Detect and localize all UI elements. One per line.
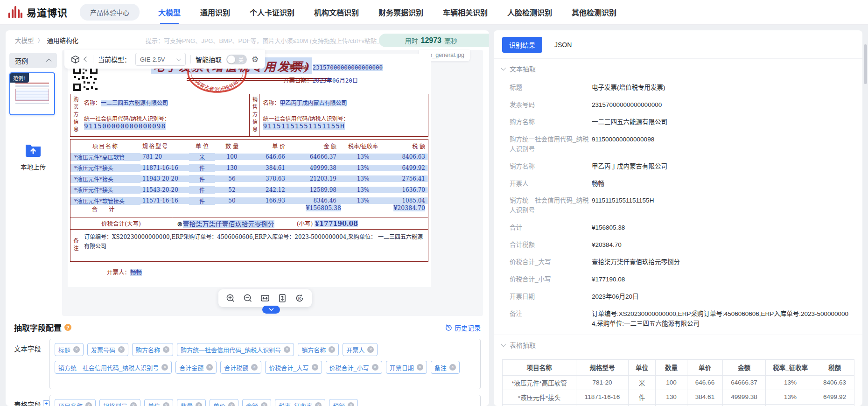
local-upload-button[interactable]: 本地上传	[9, 142, 57, 171]
rotate-90-icon[interactable]: 90	[295, 294, 304, 303]
nav-item-1[interactable]: 通用识别	[200, 0, 230, 24]
chip-remove-icon[interactable]: ×	[315, 402, 322, 406]
result-table-row: *液压元件*接头11943-20-20件56378.6321203.1913%2…	[503, 404, 854, 406]
package-icon[interactable]	[71, 55, 80, 64]
result-table-cell: 2756.41	[815, 404, 854, 406]
model-select[interactable]: GIE-2.5V	[135, 53, 186, 66]
chip-remove-icon[interactable]: ×	[348, 402, 354, 406]
results-panel: 识别结果 JSON 文本抽取 标题电子发票(增值税专用发票)发票号码231570…	[494, 30, 862, 406]
field-chip[interactable]: 规格型号×	[99, 399, 140, 406]
zoom-out-icon[interactable]	[243, 294, 252, 303]
chip-remove-icon[interactable]: ×	[228, 402, 235, 406]
fit-width-icon[interactable]	[260, 294, 270, 303]
field-chip[interactable]: 价税合计_小写×	[326, 361, 382, 374]
chip-remove-icon[interactable]: ×	[417, 364, 423, 371]
time-value: 12973	[421, 36, 442, 45]
field-chip[interactable]: 销方名称×	[298, 343, 339, 356]
chip-remove-icon[interactable]: ×	[329, 346, 335, 353]
chip-remove-icon[interactable]: ×	[130, 402, 137, 406]
chip-remove-icon[interactable]: ×	[372, 364, 378, 371]
field-chip[interactable]: 标题×	[55, 343, 84, 356]
kv-value: 2023年06月20日	[590, 292, 853, 302]
field-chip[interactable]: 数量×	[177, 399, 206, 406]
field-chip[interactable]: 项目名称×	[55, 399, 96, 406]
example-thumbnail-1[interactable]: 范例1	[9, 72, 55, 115]
chip-remove-icon[interactable]: ×	[284, 346, 290, 353]
field-chip[interactable]: 开票日期×	[386, 361, 427, 374]
field-chip[interactable]: 备注×	[431, 361, 460, 374]
field-chip[interactable]: 税额×	[329, 399, 358, 406]
chip-remove-icon[interactable]: ×	[85, 402, 92, 406]
field-chip[interactable]: 价税合计_大写×	[265, 361, 322, 374]
chip-remove-icon[interactable]: ×	[163, 346, 169, 353]
invoice-item-cell: 2756.41	[402, 175, 425, 182]
nav-item-6[interactable]: 人脸检测识别	[507, 0, 552, 24]
chip-remove-icon[interactable]: ×	[163, 402, 169, 406]
field-chip[interactable]: 金额×	[242, 399, 271, 406]
tab-recognition-result[interactable]: 识别结果	[502, 37, 542, 53]
invoice-item-cell: 52	[228, 187, 235, 193]
nav-item-3[interactable]: 机构文档识别	[314, 0, 359, 24]
invoice-col-header: 数 量	[215, 142, 249, 150]
fit-height-icon[interactable]	[278, 294, 287, 303]
field-chip[interactable]: 合计税额×	[220, 361, 261, 374]
chip-remove-icon[interactable]: ×	[196, 402, 202, 406]
nav-item-0[interactable]: 大模型	[158, 0, 181, 24]
kv-row: 价税合计_大写壹拾柒万柒仟壹佰玖拾元零捌分	[510, 254, 853, 271]
result-table-cell: *液压元件*接头	[503, 390, 576, 404]
chip-remove-icon[interactable]: ×	[161, 364, 168, 371]
kv-key: 发票号码	[510, 100, 590, 110]
table-fields-label: 表格字段 +	[14, 395, 49, 406]
result-table-cell: *液压元件*接头	[503, 404, 576, 406]
tab-json[interactable]: JSON	[554, 41, 572, 49]
chip-remove-icon[interactable]: ×	[118, 346, 125, 353]
result-table-cell: 781-20	[576, 375, 629, 390]
field-chip[interactable]: 合计金额×	[175, 361, 217, 374]
collapse-viewer-pill[interactable]	[262, 306, 280, 314]
field-chip-label: 销方名称	[301, 345, 326, 354]
nav-item-2[interactable]: 个人卡证识别	[250, 0, 294, 24]
page-scrollbar-thumb[interactable]	[864, 44, 867, 84]
table-extract-section-header[interactable]: 表格抽取	[494, 335, 862, 355]
field-chip[interactable]: 单位×	[144, 399, 173, 406]
field-chip[interactable]: 税率_征收率×	[275, 399, 325, 406]
buyer-seller-box: 购买方信息 名称：一二三四五六能源有限公司 统一社会信用代码/纳税人识别号：91…	[70, 94, 428, 137]
invoice-item-cell: 米	[199, 154, 205, 161]
field-chip[interactable]: 开票人×	[343, 343, 378, 356]
field-chip-label: 单位	[148, 401, 160, 406]
nav-item-5[interactable]: 车辆相关识别	[443, 0, 488, 24]
chip-remove-icon[interactable]: ×	[206, 364, 213, 371]
invoice-meta: 发票号码：23157000000000000000 开票日期：2023年06月2…	[283, 61, 383, 87]
invoice-remark-box: 备注 订单编号：XS20230000000000,ERP采购订单号：450606…	[70, 229, 428, 262]
result-table-cell: 8406.63	[815, 375, 854, 390]
nav-item-4[interactable]: 财务票据识别	[378, 0, 423, 24]
examples-collapse-header[interactable]: 范例	[9, 53, 57, 68]
zoom-in-icon[interactable]	[226, 294, 235, 303]
chip-remove-icon[interactable]: ×	[449, 364, 456, 371]
field-chip-label: 价税合计_小写	[329, 363, 369, 372]
gear-icon[interactable]: ⚙	[252, 56, 259, 63]
result-table-cell: 130	[656, 390, 687, 404]
chip-remove-icon[interactable]: ×	[312, 364, 318, 371]
text-extract-section-header[interactable]: 文本抽取	[494, 59, 862, 78]
nav-pill-experience-center[interactable]: 产品体验中心	[80, 4, 140, 21]
buyer-code: 911500000000000098	[84, 122, 166, 130]
add-table-field-icon[interactable]: +	[43, 400, 49, 406]
nav-item-7[interactable]: 其他检测识别	[572, 0, 616, 24]
field-chip[interactable]: 购方统一社会信用代码_纳税人识别号×	[177, 343, 294, 356]
smart-extract-toggle[interactable]: 关	[226, 55, 247, 64]
chip-remove-icon[interactable]: ×	[261, 402, 267, 406]
field-chip[interactable]: 单价×	[210, 399, 238, 406]
chip-remove-icon[interactable]: ×	[251, 364, 258, 371]
kv-key: 价税合计_大写	[510, 258, 590, 267]
field-chip[interactable]: 发票号码×	[87, 343, 128, 356]
field-chip[interactable]: 购方名称×	[132, 343, 173, 356]
breadcrumb-root[interactable]: 大模型	[15, 35, 34, 45]
help-icon[interactable]: ?	[64, 324, 71, 331]
chip-remove-icon[interactable]: ×	[367, 346, 374, 353]
collapse-left-icon[interactable]	[84, 56, 89, 62]
chip-remove-icon[interactable]: ×	[73, 346, 80, 353]
field-chip[interactable]: 销方统一社会信用代码_纳税人识别号×	[55, 361, 172, 374]
brand-logo[interactable]: 易道博识	[8, 5, 68, 19]
history-link[interactable]: 历史记录	[445, 323, 481, 332]
